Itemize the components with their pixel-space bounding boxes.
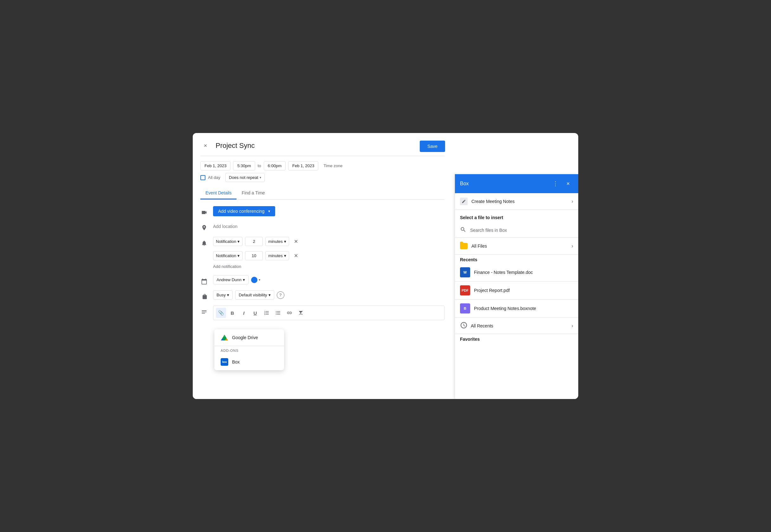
notification-value-2[interactable]: 10 [245,251,263,260]
video-icon [201,209,208,216]
notification-2-row: Notification ▾ 10 minutes ▾ ✕ Add notifi… [201,251,444,270]
video-conf-row: Add video conferencing ▾ [201,206,444,216]
event-title: Project Sync [216,142,444,150]
remove-format-button[interactable] [296,308,306,318]
remove-notification-1-button[interactable]: ✕ [292,237,301,246]
repeat-chevron-icon: ▾ [260,176,261,179]
notification-unit-1[interactable]: minutes ▾ [265,237,289,246]
all-files-item[interactable]: All Files › [455,238,578,255]
allday-checkbox[interactable] [201,175,206,180]
allday-label: All day [208,175,220,180]
box-close-button[interactable]: × [563,179,573,189]
close-button[interactable]: × [201,141,211,151]
folder-icon [460,242,468,250]
all-recents-item[interactable]: All Recents › [455,318,578,334]
description-toolbar: 📎 B I U [213,306,444,320]
box-header-actions: ⋮ × [550,179,573,189]
notification-1-row: Notification ▾ 2 minutes ▾ ✕ [201,237,444,249]
box-attach-icon: box [221,358,228,366]
google-drive-icon [221,334,228,341]
status-row: Busy ▾ Default visibility ▾ ? [201,290,444,301]
bell-icon [201,239,208,247]
select-file-header: Select a file to insert [455,210,578,223]
meeting-notes-icon [460,198,468,205]
end-date-button[interactable]: Feb 1, 2023 [288,161,318,170]
box-content: Create Meeting Notes › Select a file to … [455,193,578,399]
search-icon [460,226,466,234]
tab-find-a-time[interactable]: Find a Time [237,187,270,199]
file-item-report[interactable]: PDF Project Report.pdf [455,282,578,300]
start-time-button[interactable]: 5:30pm [233,161,255,170]
tabs-row: Event Details Find a Time [201,187,444,200]
bold-button[interactable]: B [227,308,238,318]
create-meeting-notes-label: Create Meeting Notes [471,199,514,204]
location-input[interactable] [213,221,444,232]
briefcase-icon [201,293,208,301]
end-time-button[interactable]: 6:00pm [264,161,286,170]
calendar-row: Andrew Dunn ▾ ▾ [201,275,444,285]
remove-notification-2-button[interactable]: ✕ [292,251,301,260]
add-notification-button[interactable]: Add notification [213,263,241,270]
file-item-finance[interactable]: W Finance - Notes Template.doc [455,263,578,282]
attach-button[interactable]: 📎 [216,308,226,318]
file-name-report: Project Report.pdf [474,288,510,293]
timezone-button[interactable]: Time zone [321,162,345,169]
notification-type-1[interactable]: Notification ▾ [213,237,243,246]
video-conf-button[interactable]: Add video conferencing ▾ [213,206,275,216]
description-icon [201,308,208,316]
clock-icon [460,321,468,330]
user-select[interactable]: Andrew Dunn ▾ [213,275,249,284]
google-drive-item[interactable]: Google Drive [214,329,284,346]
favorites-header: Favorites [455,334,578,343]
attach-dropdown: Google Drive ADD-ONS box Box [214,329,284,370]
start-date-button[interactable]: Feb 1, 2023 [201,161,231,170]
visibility-select[interactable]: Default visibility ▾ [235,290,274,300]
location-icon [201,224,208,231]
recents-header: Recents [455,255,578,263]
box-attach-label: Box [232,359,240,364]
bell-icon-2 [201,254,208,261]
video-conf-chevron-icon: ▾ [268,209,270,213]
description-row: 📎 B I U [201,306,444,320]
file-name-finance: Finance - Notes Template.doc [474,270,533,275]
box-panel: Box ⋮ × Create Meeting Notes [455,174,578,399]
addons-section-label: ADD-ONS [214,346,284,354]
notification-value-1[interactable]: 2 [245,237,263,246]
allday-row: All day Does not repeat ▾ [201,173,444,182]
all-recents-label: All Recents [471,323,493,328]
ordered-list-button[interactable] [262,308,272,318]
notification-unit-2[interactable]: minutes ▾ [265,251,289,260]
all-files-chevron-icon: › [571,243,573,249]
file-item-product[interactable]: B Product Meeting Notes.boxnote [455,300,578,318]
boxnote-file-icon: B [460,303,470,313]
box-more-button[interactable]: ⋮ [550,179,560,189]
google-drive-label: Google Drive [232,335,258,340]
busy-select[interactable]: Busy ▾ [213,290,233,300]
to-label: to [258,163,261,168]
word-file-icon: W [460,267,470,277]
repeat-button[interactable]: Does not repeat ▾ [226,173,265,182]
link-button[interactable] [284,308,295,318]
notification-type-2[interactable]: Notification ▾ [213,251,243,260]
location-row [201,221,444,232]
color-chevron-icon[interactable]: ▾ [259,278,260,282]
box-attach-item[interactable]: box Box [214,354,284,370]
help-icon[interactable]: ? [277,291,284,299]
tab-event-details[interactable]: Event Details [201,187,237,199]
file-name-product: Product Meeting Notes.boxnote [474,306,536,311]
calendar-icon [201,278,208,285]
box-title: Box [460,181,469,187]
unordered-list-button[interactable] [273,308,283,318]
pdf-file-icon: PDF [460,285,470,295]
save-button[interactable]: Save [420,141,445,152]
color-dot[interactable] [251,277,258,283]
italic-button[interactable]: I [239,308,249,318]
underline-button[interactable]: U [250,308,260,318]
create-meeting-notes-item[interactable]: Create Meeting Notes › [455,193,578,210]
create-meeting-notes-chevron-icon: › [571,199,573,204]
search-files-label: Search files in Box [470,228,507,233]
datetime-row: Feb 1, 2023 5:30pm to 6:00pm Feb 1, 2023… [201,161,444,170]
search-files-item[interactable]: Search files in Box [455,223,578,238]
all-files-label: All Files [471,244,487,249]
box-header: Box ⋮ × [455,174,578,193]
